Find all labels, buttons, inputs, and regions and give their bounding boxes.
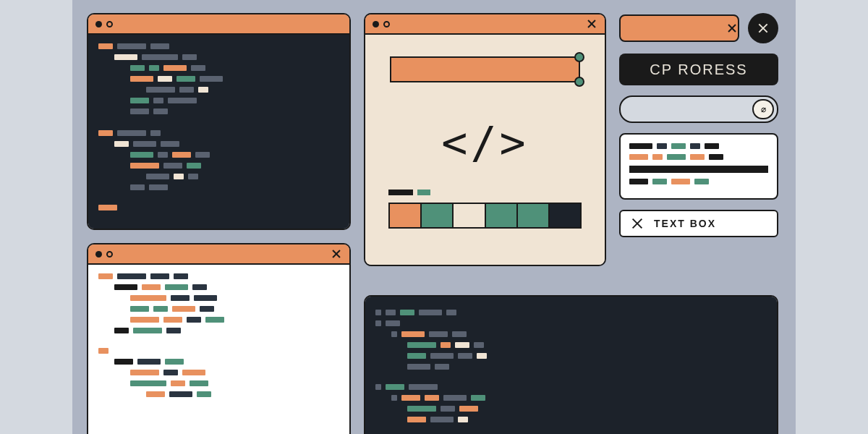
swatch[interactable] — [454, 204, 485, 227]
slider-knob-icon[interactable] — [574, 52, 584, 62]
dot-icon — [383, 21, 390, 27]
code-area — [365, 297, 777, 434]
slider-knob-icon[interactable] — [574, 77, 584, 87]
info-card — [619, 133, 778, 200]
swatch[interactable] — [486, 204, 518, 227]
swatch[interactable] — [550, 204, 580, 227]
titlebar[interactable] — [365, 14, 605, 35]
code-glyph-icon: </> — [375, 117, 595, 168]
code-area — [88, 265, 349, 434]
close-icon — [757, 22, 769, 34]
editor-window-light — [87, 243, 351, 434]
dot-icon — [106, 251, 113, 258]
color-palette — [388, 203, 582, 229]
traffic-lights[interactable] — [95, 21, 113, 27]
dot-icon — [373, 21, 379, 27]
search-pill[interactable]: ⌀ — [619, 95, 778, 123]
token-row — [388, 190, 582, 195]
close-icon — [726, 22, 738, 34]
close-pill-button[interactable] — [619, 14, 739, 42]
titlebar[interactable] — [88, 14, 349, 35]
traffic-lights[interactable] — [373, 21, 390, 27]
slider-field[interactable] — [390, 56, 580, 82]
titlebar[interactable] — [88, 244, 349, 265]
component-window: </> — [364, 13, 606, 266]
dot-icon — [95, 21, 102, 27]
process-button[interactable]: CP RORESS — [619, 54, 778, 85]
code-area — [88, 35, 349, 229]
swatch[interactable] — [518, 204, 550, 227]
textbox-row[interactable]: TEXT BOX — [619, 210, 778, 237]
close-icon[interactable] — [586, 18, 597, 30]
textbox-label: TEXT BOX — [654, 218, 716, 229]
swatch[interactable] — [390, 204, 422, 227]
close-icon[interactable] — [331, 248, 342, 260]
editor-window-dark-1 — [87, 13, 351, 230]
close-icon[interactable] — [631, 217, 644, 230]
dot-icon — [95, 251, 102, 258]
traffic-lights[interactable] — [95, 251, 113, 258]
swatch[interactable] — [422, 204, 454, 227]
component-area: </> — [365, 35, 605, 265]
close-circle-button[interactable] — [748, 13, 778, 43]
dot-icon — [106, 21, 113, 27]
search-cap-icon: ⌀ — [752, 99, 774, 119]
editor-window-dark-2 — [364, 295, 778, 434]
